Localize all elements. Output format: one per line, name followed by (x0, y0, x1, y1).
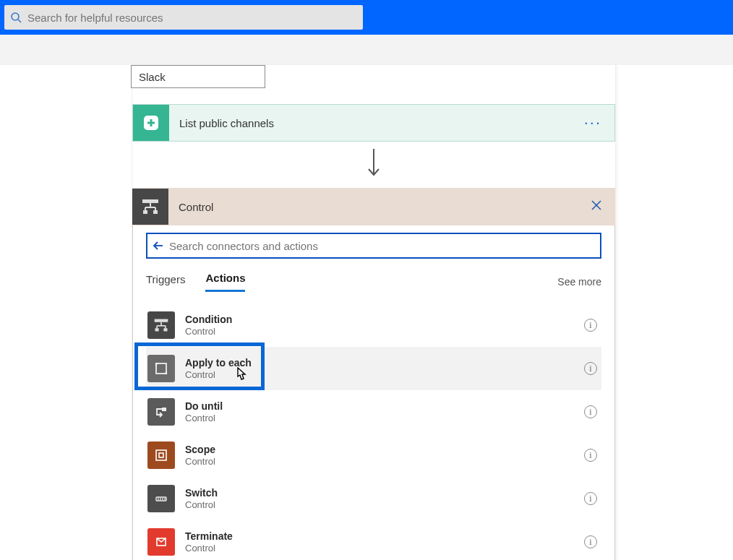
svg-rect-11 (143, 210, 147, 214)
control-panel-body: Triggers Actions See more (132, 225, 615, 560)
flow-arrow (132, 142, 615, 188)
scope-icon (147, 441, 175, 469)
svg-rect-23 (156, 363, 166, 374)
slack-icon (133, 105, 169, 141)
search-icon (10, 12, 22, 23)
tabs: Triggers Actions See more (146, 272, 601, 292)
loop-icon (147, 355, 175, 382)
action-list: Condition Control i App (146, 303, 601, 560)
terminate-icon (147, 528, 175, 556)
global-search-input[interactable] (27, 12, 357, 24)
trigger-card[interactable]: List public channels ··· (132, 104, 615, 142)
action-search[interactable] (146, 233, 601, 259)
action-title: Switch (185, 486, 584, 499)
connector-name-value: Slack (139, 71, 166, 83)
svg-rect-22 (163, 328, 167, 331)
control-icon (132, 189, 168, 225)
do-until-icon (147, 398, 175, 426)
arrow-left-icon (152, 239, 165, 252)
tab-triggers[interactable]: Triggers (146, 273, 185, 291)
svg-point-0 (12, 13, 19, 20)
trigger-menu-button[interactable]: ··· (584, 113, 614, 132)
action-title: Do until (185, 400, 584, 413)
action-terminate[interactable]: Terminate Control i (146, 520, 601, 560)
svg-rect-12 (153, 210, 158, 214)
action-title: Scope (185, 443, 584, 456)
see-more-link[interactable]: See more (557, 276, 601, 288)
action-sub: Control (185, 326, 584, 337)
control-panel-title: Control (168, 201, 591, 213)
info-button[interactable]: i (584, 492, 597, 505)
action-switch[interactable]: Switch Control i (146, 477, 601, 520)
flow-canvas: Slack List public channels ··· (0, 65, 733, 560)
action-apply-to-each[interactable]: Apply to each Control i (146, 347, 601, 390)
action-sub: Control (185, 369, 584, 381)
action-condition[interactable]: Condition Control i (146, 303, 601, 347)
svg-line-1 (18, 20, 21, 22)
svg-rect-26 (159, 453, 163, 457)
action-sub: Control (185, 543, 584, 554)
close-icon (591, 199, 602, 211)
condition-icon (147, 311, 175, 339)
action-search-input[interactable] (169, 240, 596, 252)
trigger-title: List public channels (169, 117, 584, 129)
action-do-until[interactable]: Do until Control i (146, 390, 601, 434)
svg-rect-6 (142, 199, 158, 203)
info-button[interactable]: i (584, 449, 597, 462)
action-scope[interactable]: Scope Control i (146, 434, 601, 477)
global-search[interactable] (4, 5, 363, 30)
action-sub: Control (185, 456, 584, 468)
svg-rect-24 (162, 408, 166, 411)
switch-icon (147, 485, 175, 512)
action-sub: Control (185, 499, 584, 511)
action-title: Condition (185, 313, 584, 326)
svg-rect-16 (155, 319, 168, 322)
action-sub: Control (185, 413, 584, 424)
info-button[interactable]: i (584, 362, 597, 375)
action-title: Apply to each (185, 356, 584, 369)
flow-column: Slack List public channels ··· (132, 65, 616, 560)
info-button[interactable]: i (584, 535, 597, 548)
back-button[interactable] (152, 239, 165, 252)
svg-rect-25 (156, 450, 166, 460)
tab-actions[interactable]: Actions (205, 272, 245, 292)
svg-rect-21 (155, 328, 159, 331)
action-title: Terminate (185, 530, 584, 543)
close-panel-button[interactable] (591, 199, 615, 215)
control-panel-header: Control (132, 188, 615, 225)
connector-name-input[interactable]: Slack (131, 65, 265, 88)
info-button[interactable]: i (584, 319, 597, 332)
info-button[interactable]: i (584, 405, 597, 418)
toolbar-band (0, 35, 733, 65)
top-bar (0, 0, 733, 35)
